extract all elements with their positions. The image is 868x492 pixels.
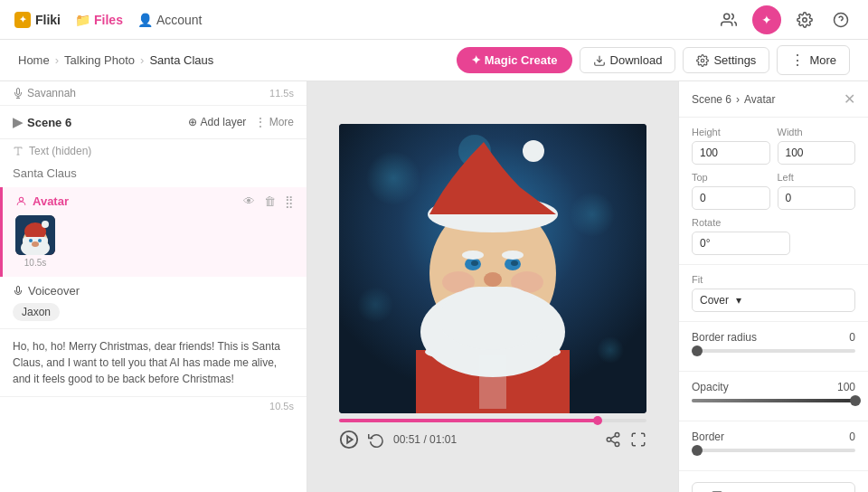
account-icon: 👤	[137, 13, 153, 27]
nav-logo-label: Fliki	[35, 13, 61, 27]
download-button[interactable]: Download	[580, 47, 676, 73]
settings-icon-btn[interactable]	[792, 7, 817, 33]
svg-point-49	[607, 438, 611, 442]
width-label: Width	[778, 127, 856, 137]
opacity-thumb[interactable]	[850, 395, 861, 406]
progress-track[interactable]	[339, 419, 646, 422]
fliki-logo-icon: ✦	[14, 12, 31, 28]
left-field: Left	[778, 172, 856, 210]
voiceover-mic-icon	[13, 286, 24, 297]
savannah-label: Savannah	[13, 87, 76, 99]
fit-label: Fit	[692, 274, 855, 285]
breadcrumb-sep-2: ›	[140, 53, 144, 67]
avatar-delete-btn[interactable]: 🗑	[264, 194, 276, 208]
height-field: Height	[692, 127, 770, 165]
width-field: Width	[778, 127, 856, 165]
opacity-label: Opacity	[692, 381, 729, 393]
breadcrumb-talking-photo[interactable]: Talking Photo	[64, 53, 135, 67]
left-input[interactable]	[778, 186, 856, 210]
svg-line-51	[610, 440, 615, 443]
top-input[interactable]	[692, 186, 770, 210]
nav-account-label: Account	[156, 13, 203, 27]
right-panel: Scene 6 › Avatar ✕ Height Width	[678, 81, 868, 492]
svg-point-22	[570, 192, 615, 237]
video-progress-bar	[339, 419, 646, 422]
download-icon	[593, 54, 606, 67]
right-panel-sep: ›	[736, 93, 740, 106]
voiceover-text: Ho, ho, ho! Merry Christmas, dear friend…	[0, 329, 307, 397]
video-ctrl-right	[605, 431, 646, 448]
height-label: Height	[692, 127, 770, 137]
height-input[interactable]	[692, 141, 770, 165]
scene-header: ▶ Scene 6 ⊕ Add layer ⋮ More	[0, 106, 307, 139]
magic-create-button[interactable]: ✦ Magic Create	[457, 47, 572, 73]
santa-video-frame	[339, 124, 646, 413]
breadcrumb-current: Santa Claus	[149, 53, 213, 67]
svg-point-18	[38, 239, 42, 242]
nav-files-link[interactable]: 📁 Files	[75, 13, 123, 27]
fit-select[interactable]: Cover ▾	[692, 289, 855, 312]
voiceover-label-text: Voiceover	[28, 284, 80, 298]
top-label: Top	[692, 172, 770, 183]
share-icon	[605, 431, 621, 448]
border-section: Border 0	[679, 421, 868, 471]
nav-logo[interactable]: ✦ Fliki	[14, 12, 61, 28]
video-container	[339, 124, 646, 413]
border-radius-slider[interactable]	[692, 349, 855, 353]
svg-point-50	[615, 442, 619, 447]
svg-point-15	[42, 221, 49, 228]
border-thumb[interactable]	[692, 445, 703, 456]
user-avatar-btn[interactable]: ✦	[752, 5, 781, 34]
share-button[interactable]	[605, 431, 621, 448]
rotate-field: Rotate	[692, 217, 855, 255]
opacity-slider[interactable]	[692, 399, 855, 402]
settings-button[interactable]: Settings	[683, 47, 769, 73]
svg-point-24	[597, 336, 624, 364]
play-button[interactable]	[339, 430, 359, 449]
border-track	[692, 449, 855, 452]
scene-more-label: More	[269, 116, 294, 128]
svg-point-1	[803, 17, 807, 22]
replay-button[interactable]	[368, 431, 384, 448]
breadcrumb-sep-1: ›	[55, 53, 59, 67]
voiceover-duration: 10.5s	[0, 397, 307, 415]
progress-thumb[interactable]	[593, 416, 602, 425]
opacity-section: Opacity 100	[679, 372, 868, 421]
breadcrumb-home[interactable]: Home	[18, 53, 50, 67]
width-input[interactable]	[778, 141, 856, 165]
nav-account-link[interactable]: 👤 Account	[137, 13, 203, 27]
fit-section: Fit Cover ▾	[679, 265, 868, 322]
close-panel-btn[interactable]: ✕	[844, 90, 855, 108]
avatar-drag-btn[interactable]: ⣿	[285, 194, 294, 208]
avatar-person-icon	[15, 195, 27, 207]
border-slider[interactable]	[692, 449, 855, 452]
savannah-duration: 11.5s	[269, 88, 294, 99]
mic-icon	[13, 88, 24, 99]
text-layer-header: Text (hidden)	[0, 139, 307, 163]
avatar-eye-btn[interactable]: 👁	[243, 194, 255, 208]
svg-marker-47	[347, 436, 353, 442]
total-time: 01:01	[429, 433, 457, 446]
svg-point-35	[511, 260, 518, 266]
voice-name-tag[interactable]: Jaxon	[13, 303, 60, 321]
toolbar: Home › Talking Photo › Santa Claus ✦ Mag…	[0, 40, 868, 81]
play-icon	[339, 430, 359, 449]
more-button[interactable]: ⋮ More	[777, 45, 850, 75]
svg-point-34	[471, 260, 478, 266]
add-layer-btn[interactable]: ⊕ Add layer	[188, 116, 247, 128]
help-icon-btn[interactable]	[828, 7, 854, 33]
rotate-input[interactable]	[692, 232, 790, 255]
right-panel-header: Scene 6 › Avatar ✕	[679, 81, 868, 118]
fullscreen-button[interactable]	[630, 431, 646, 448]
border-radius-thumb[interactable]	[692, 345, 703, 356]
more-label: More	[809, 53, 836, 67]
breadcrumb: Home › Talking Photo › Santa Claus	[18, 53, 213, 67]
avatar-layer-actions: 👁 🗑 ⣿	[243, 194, 294, 208]
scene-more-btn[interactable]: ⋮ More	[255, 116, 294, 128]
right-panel-scene: Scene 6	[692, 93, 731, 106]
svg-point-23	[357, 287, 393, 323]
generate-avatar-video-button[interactable]: Generate avatar video	[692, 482, 855, 492]
border-value: 0	[849, 430, 855, 443]
team-icon-btn[interactable]	[716, 7, 741, 33]
svg-point-17	[29, 239, 33, 242]
